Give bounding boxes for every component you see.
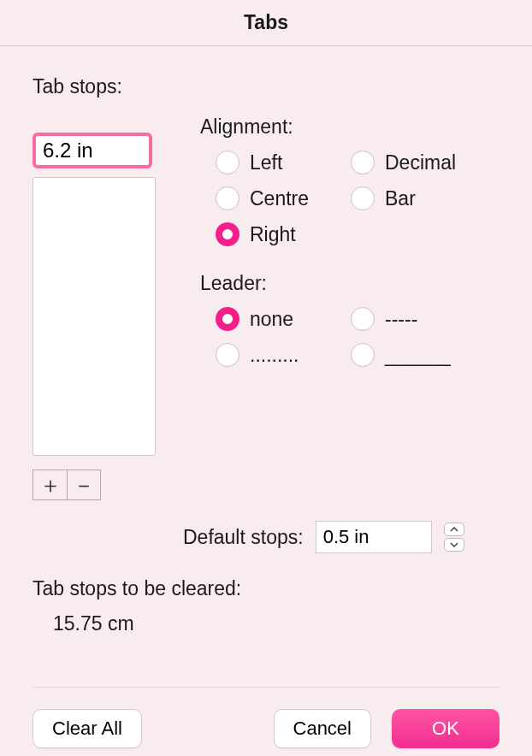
chevron-down-icon [450,542,458,547]
radio-label: Centre [250,187,309,210]
tab-stop-position-input[interactable] [33,133,152,168]
leader-dashes-radio[interactable]: ----- [351,307,479,331]
default-stops-stepper [444,523,464,552]
radio-icon [216,186,239,210]
radio-icon [216,222,239,246]
left-column: ＋ － [33,115,159,500]
radio-label: Left [250,151,282,174]
minus-icon: － [73,470,95,500]
add-tab-stop-button[interactable]: ＋ [33,470,67,500]
dialog-title: Tabs [244,11,288,34]
tab-stops-list[interactable] [33,177,156,456]
radio-label: ......... [250,344,299,367]
radio-icon [216,307,239,331]
default-stops-input[interactable] [316,521,432,553]
to-be-cleared-value: 15.75 cm [53,612,499,635]
stepper-up-button[interactable] [444,523,464,536]
dialog-titlebar: Tabs [0,0,532,46]
to-be-cleared-label: Tab stops to be cleared: [33,577,499,600]
list-buttons: ＋ － [33,470,159,500]
chevron-up-icon [450,527,458,532]
plus-icon: ＋ [39,470,62,500]
alignment-right-radio[interactable]: Right [216,222,344,246]
default-stops-row: Default stops: [183,521,499,553]
tab-stops-label: Tab stops: [33,75,499,98]
default-stops-label: Default stops: [183,526,304,549]
radio-icon [351,307,375,331]
cancel-button[interactable]: Cancel [274,709,371,748]
alignment-decimal-radio[interactable]: Decimal [351,151,479,174]
leader-dots-radio[interactable]: ......... [216,343,344,367]
radio-icon [351,186,375,210]
radio-icon [351,343,375,367]
alignment-bar-radio[interactable]: Bar [351,186,479,210]
alignment-centre-radio[interactable]: Centre [216,186,344,210]
right-column: Alignment: Left Decimal Centre Bar [200,115,499,393]
dialog-content: Tab stops: ＋ － Alignment: Left [0,46,532,688]
alignment-radio-group: Left Decimal Centre Bar Right [216,151,499,246]
radio-label: Right [250,223,296,246]
leader-label: Leader: [200,272,499,295]
radio-label: ______ [385,344,451,367]
leader-underline-radio[interactable]: ______ [351,343,479,367]
radio-label: Decimal [385,151,456,174]
radio-label: ----- [385,308,417,331]
clear-all-button[interactable]: Clear All [33,709,142,748]
stepper-down-button[interactable] [444,538,464,552]
alignment-left-radio[interactable]: Left [216,151,344,174]
dialog-footer: Clear All Cancel OK [0,688,532,756]
radio-label: Bar [385,187,416,210]
radio-label: none [250,308,293,331]
alignment-label: Alignment: [200,115,499,139]
radio-icon [216,151,239,174]
radio-icon [351,151,375,174]
ok-button[interactable]: OK [392,709,499,748]
leader-none-radio[interactable]: none [216,307,344,331]
remove-tab-stop-button[interactable]: － [67,470,101,500]
radio-icon [216,343,239,367]
leader-radio-group: none ----- ......... ______ [216,307,499,367]
main-row: ＋ － Alignment: Left Decimal [33,115,499,500]
